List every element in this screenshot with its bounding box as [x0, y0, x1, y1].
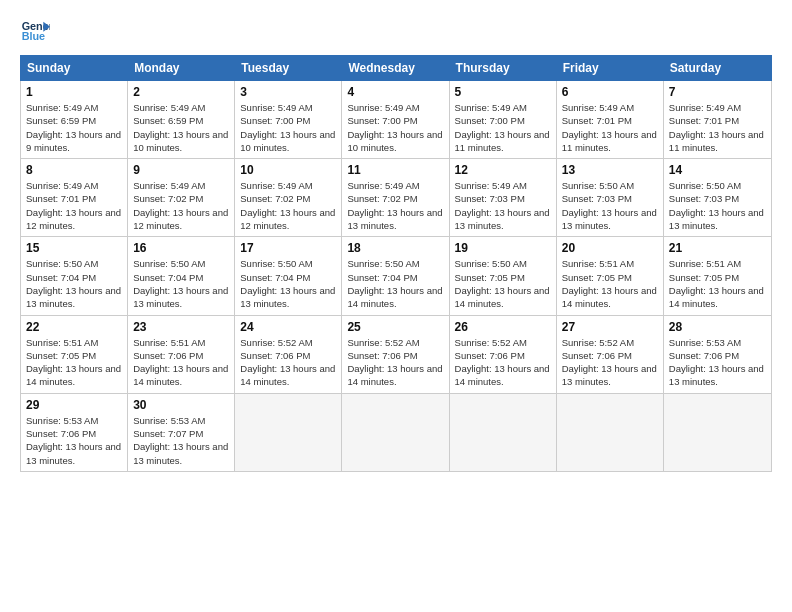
header-day-tuesday: Tuesday	[235, 56, 342, 80]
header-day-thursday: Thursday	[450, 56, 557, 80]
sunset-text: Sunset: 6:59 PM	[26, 114, 122, 127]
logo: General Blue	[20, 15, 54, 45]
day-cell-25: 25Sunrise: 5:52 AMSunset: 7:06 PMDayligh…	[342, 316, 449, 393]
sunrise-text: Sunrise: 5:50 AM	[669, 179, 766, 192]
sunrise-text: Sunrise: 5:49 AM	[562, 101, 658, 114]
sunrise-text: Sunrise: 5:49 AM	[669, 101, 766, 114]
day-cell-12: 12Sunrise: 5:49 AMSunset: 7:03 PMDayligh…	[450, 159, 557, 236]
day-number: 25	[347, 320, 443, 334]
day-number: 27	[562, 320, 658, 334]
day-number: 18	[347, 241, 443, 255]
daylight-text: Daylight: 13 hours and 14 minutes.	[133, 362, 229, 389]
daylight-text: Daylight: 13 hours and 13 minutes.	[669, 362, 766, 389]
day-number: 22	[26, 320, 122, 334]
daylight-text: Daylight: 13 hours and 13 minutes.	[562, 206, 658, 233]
sunset-text: Sunset: 7:04 PM	[347, 271, 443, 284]
sunset-text: Sunset: 7:06 PM	[133, 349, 229, 362]
day-cell-24: 24Sunrise: 5:52 AMSunset: 7:06 PMDayligh…	[235, 316, 342, 393]
calendar-week-4: 22Sunrise: 5:51 AMSunset: 7:05 PMDayligh…	[21, 316, 771, 394]
day-number: 29	[26, 398, 122, 412]
sunrise-text: Sunrise: 5:49 AM	[455, 101, 551, 114]
calendar-week-1: 1Sunrise: 5:49 AMSunset: 6:59 PMDaylight…	[21, 81, 771, 159]
sunset-text: Sunset: 7:06 PM	[669, 349, 766, 362]
sunrise-text: Sunrise: 5:53 AM	[133, 414, 229, 427]
sunset-text: Sunset: 7:04 PM	[240, 271, 336, 284]
sunset-text: Sunset: 7:00 PM	[455, 114, 551, 127]
sunset-text: Sunset: 6:59 PM	[133, 114, 229, 127]
daylight-text: Daylight: 13 hours and 9 minutes.	[26, 128, 122, 155]
sunrise-text: Sunrise: 5:51 AM	[133, 336, 229, 349]
day-cell-30: 30Sunrise: 5:53 AMSunset: 7:07 PMDayligh…	[128, 394, 235, 471]
sunrise-text: Sunrise: 5:51 AM	[26, 336, 122, 349]
sunset-text: Sunset: 7:05 PM	[562, 271, 658, 284]
daylight-text: Daylight: 13 hours and 12 minutes.	[133, 206, 229, 233]
day-cell-5: 5Sunrise: 5:49 AMSunset: 7:00 PMDaylight…	[450, 81, 557, 158]
day-number: 15	[26, 241, 122, 255]
daylight-text: Daylight: 13 hours and 10 minutes.	[347, 128, 443, 155]
daylight-text: Daylight: 13 hours and 13 minutes.	[347, 206, 443, 233]
daylight-text: Daylight: 13 hours and 14 minutes.	[455, 284, 551, 311]
day-number: 20	[562, 241, 658, 255]
calendar-week-2: 8Sunrise: 5:49 AMSunset: 7:01 PMDaylight…	[21, 159, 771, 237]
daylight-text: Daylight: 13 hours and 13 minutes.	[26, 440, 122, 467]
day-number: 3	[240, 85, 336, 99]
day-number: 9	[133, 163, 229, 177]
sunrise-text: Sunrise: 5:49 AM	[26, 101, 122, 114]
sunset-text: Sunset: 7:01 PM	[26, 192, 122, 205]
sunrise-text: Sunrise: 5:52 AM	[240, 336, 336, 349]
day-cell-21: 21Sunrise: 5:51 AMSunset: 7:05 PMDayligh…	[664, 237, 771, 314]
sunrise-text: Sunrise: 5:49 AM	[133, 179, 229, 192]
day-cell-10: 10Sunrise: 5:49 AMSunset: 7:02 PMDayligh…	[235, 159, 342, 236]
day-number: 24	[240, 320, 336, 334]
sunrise-text: Sunrise: 5:52 AM	[562, 336, 658, 349]
sunrise-text: Sunrise: 5:52 AM	[455, 336, 551, 349]
day-number: 5	[455, 85, 551, 99]
sunset-text: Sunset: 7:03 PM	[562, 192, 658, 205]
day-number: 11	[347, 163, 443, 177]
sunset-text: Sunset: 7:02 PM	[133, 192, 229, 205]
empty-cell	[450, 394, 557, 471]
sunrise-text: Sunrise: 5:50 AM	[26, 257, 122, 270]
day-number: 1	[26, 85, 122, 99]
day-cell-3: 3Sunrise: 5:49 AMSunset: 7:00 PMDaylight…	[235, 81, 342, 158]
day-number: 7	[669, 85, 766, 99]
sunrise-text: Sunrise: 5:50 AM	[347, 257, 443, 270]
sunrise-text: Sunrise: 5:49 AM	[347, 101, 443, 114]
daylight-text: Daylight: 13 hours and 14 minutes.	[455, 362, 551, 389]
day-number: 10	[240, 163, 336, 177]
day-number: 23	[133, 320, 229, 334]
daylight-text: Daylight: 13 hours and 13 minutes.	[669, 206, 766, 233]
day-cell-19: 19Sunrise: 5:50 AMSunset: 7:05 PMDayligh…	[450, 237, 557, 314]
day-number: 6	[562, 85, 658, 99]
day-number: 19	[455, 241, 551, 255]
daylight-text: Daylight: 13 hours and 11 minutes.	[562, 128, 658, 155]
header: General Blue	[20, 15, 772, 45]
daylight-text: Daylight: 13 hours and 11 minutes.	[669, 128, 766, 155]
header-day-monday: Monday	[128, 56, 235, 80]
day-number: 8	[26, 163, 122, 177]
empty-cell	[342, 394, 449, 471]
calendar: SundayMondayTuesdayWednesdayThursdayFrid…	[20, 55, 772, 602]
day-cell-22: 22Sunrise: 5:51 AMSunset: 7:05 PMDayligh…	[21, 316, 128, 393]
day-cell-14: 14Sunrise: 5:50 AMSunset: 7:03 PMDayligh…	[664, 159, 771, 236]
day-cell-20: 20Sunrise: 5:51 AMSunset: 7:05 PMDayligh…	[557, 237, 664, 314]
day-cell-28: 28Sunrise: 5:53 AMSunset: 7:06 PMDayligh…	[664, 316, 771, 393]
day-cell-6: 6Sunrise: 5:49 AMSunset: 7:01 PMDaylight…	[557, 81, 664, 158]
empty-cell	[235, 394, 342, 471]
day-cell-29: 29Sunrise: 5:53 AMSunset: 7:06 PMDayligh…	[21, 394, 128, 471]
header-day-saturday: Saturday	[664, 56, 771, 80]
sunrise-text: Sunrise: 5:50 AM	[133, 257, 229, 270]
logo-icon: General Blue	[20, 15, 50, 45]
daylight-text: Daylight: 13 hours and 13 minutes.	[240, 284, 336, 311]
daylight-text: Daylight: 13 hours and 14 minutes.	[347, 284, 443, 311]
daylight-text: Daylight: 13 hours and 13 minutes.	[562, 362, 658, 389]
sunrise-text: Sunrise: 5:52 AM	[347, 336, 443, 349]
daylight-text: Daylight: 13 hours and 12 minutes.	[26, 206, 122, 233]
sunset-text: Sunset: 7:06 PM	[26, 427, 122, 440]
day-cell-4: 4Sunrise: 5:49 AMSunset: 7:00 PMDaylight…	[342, 81, 449, 158]
daylight-text: Daylight: 13 hours and 14 minutes.	[562, 284, 658, 311]
day-cell-18: 18Sunrise: 5:50 AMSunset: 7:04 PMDayligh…	[342, 237, 449, 314]
day-cell-1: 1Sunrise: 5:49 AMSunset: 6:59 PMDaylight…	[21, 81, 128, 158]
daylight-text: Daylight: 13 hours and 12 minutes.	[240, 206, 336, 233]
daylight-text: Daylight: 13 hours and 13 minutes.	[26, 284, 122, 311]
